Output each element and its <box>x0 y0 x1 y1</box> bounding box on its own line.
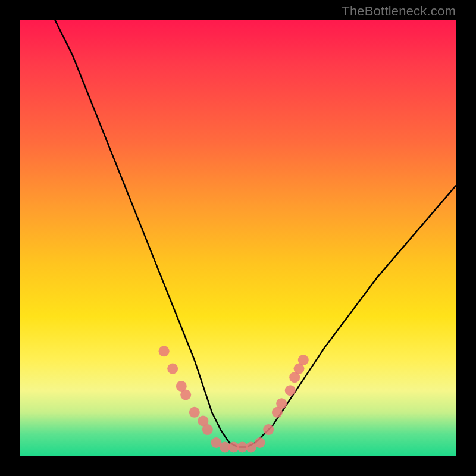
data-marker <box>189 407 200 418</box>
data-marker <box>180 390 191 400</box>
data-marker <box>167 364 178 374</box>
data-marker <box>298 355 309 365</box>
data-marker <box>202 424 213 435</box>
data-marker <box>255 437 265 448</box>
plot-area <box>20 20 456 456</box>
chart-frame: TheBottleneck.com <box>0 0 476 476</box>
data-marker <box>285 385 296 396</box>
bottleneck-curve-svg <box>20 20 456 456</box>
watermark-label: TheBottleneck.com <box>342 4 456 19</box>
data-marker <box>276 398 287 409</box>
bottleneck-curve <box>55 20 456 447</box>
data-marker <box>159 346 170 356</box>
data-marker <box>263 424 274 435</box>
marker-group <box>159 346 309 452</box>
